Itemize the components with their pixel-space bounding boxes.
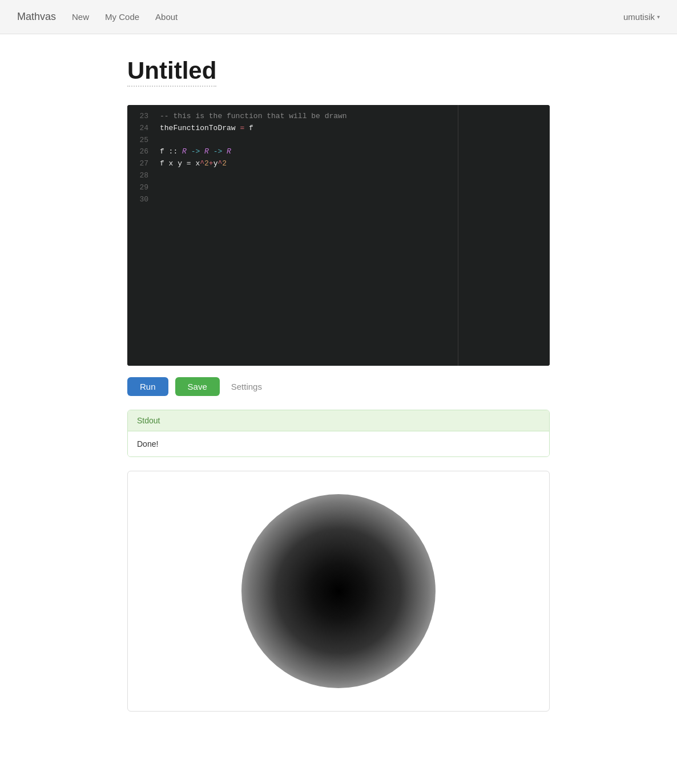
code-line-31 bbox=[160, 205, 451, 217]
navbar-brand[interactable]: Mathvas bbox=[17, 11, 56, 23]
code-line-26: f :: R -> R -> R bbox=[160, 146, 451, 158]
user-menu[interactable]: umutisik ▾ bbox=[623, 12, 660, 22]
save-button[interactable]: Save bbox=[175, 377, 220, 396]
code-line-27: f x y = x^2+y^2 bbox=[160, 158, 451, 170]
nav-new[interactable]: New bbox=[72, 12, 89, 22]
stdout-panel: Stdout Done! bbox=[127, 410, 550, 457]
main-content: Untitled 23 24 25 26 27 28 29 30 bbox=[82, 34, 595, 734]
code-line-34 bbox=[160, 241, 451, 253]
code-line-40 bbox=[160, 313, 451, 325]
code-content[interactable]: -- this is the function that will be dra… bbox=[153, 105, 458, 366]
user-dropdown-arrow: ▾ bbox=[657, 14, 660, 20]
line-numbers: 23 24 25 26 27 28 29 30 bbox=[127, 105, 153, 366]
code-line-41 bbox=[160, 324, 451, 336]
stdout-body: Done! bbox=[128, 431, 549, 456]
page-title: Untitled bbox=[127, 57, 216, 87]
code-line-33 bbox=[160, 229, 451, 241]
code-line-28 bbox=[160, 170, 451, 182]
code-line-42 bbox=[160, 336, 451, 348]
visualization-panel bbox=[127, 471, 550, 712]
nav-mycode[interactable]: My Code bbox=[105, 12, 139, 22]
code-line-35 bbox=[160, 253, 451, 265]
navbar-left: Mathvas New My Code About bbox=[17, 11, 178, 23]
code-line-36 bbox=[160, 265, 451, 277]
stdout-header: Stdout bbox=[128, 410, 549, 431]
toolbar: Run Save Settings bbox=[127, 377, 550, 396]
code-line-25 bbox=[160, 135, 451, 147]
settings-button[interactable]: Settings bbox=[227, 377, 267, 396]
code-line-24: theFunctionToDraw = f bbox=[160, 123, 451, 135]
navbar: Mathvas New My Code About umutisik ▾ bbox=[0, 0, 677, 34]
stdout-output: Done! bbox=[137, 439, 158, 448]
code-line-39 bbox=[160, 301, 451, 313]
code-line-38 bbox=[160, 289, 451, 301]
username-label: umutisik bbox=[623, 12, 655, 22]
nav-about[interactable]: About bbox=[155, 12, 178, 22]
code-line-37 bbox=[160, 277, 451, 289]
code-line-29 bbox=[160, 182, 451, 194]
code-line-32 bbox=[160, 217, 451, 229]
code-line-30 bbox=[160, 194, 451, 206]
code-line-23: -- this is the function that will be dra… bbox=[160, 111, 451, 123]
code-editor[interactable]: 23 24 25 26 27 28 29 30 -- th bbox=[127, 105, 550, 366]
radial-gradient-viz bbox=[241, 494, 436, 688]
editor-right-panel bbox=[458, 105, 550, 366]
run-button[interactable]: Run bbox=[127, 377, 168, 396]
